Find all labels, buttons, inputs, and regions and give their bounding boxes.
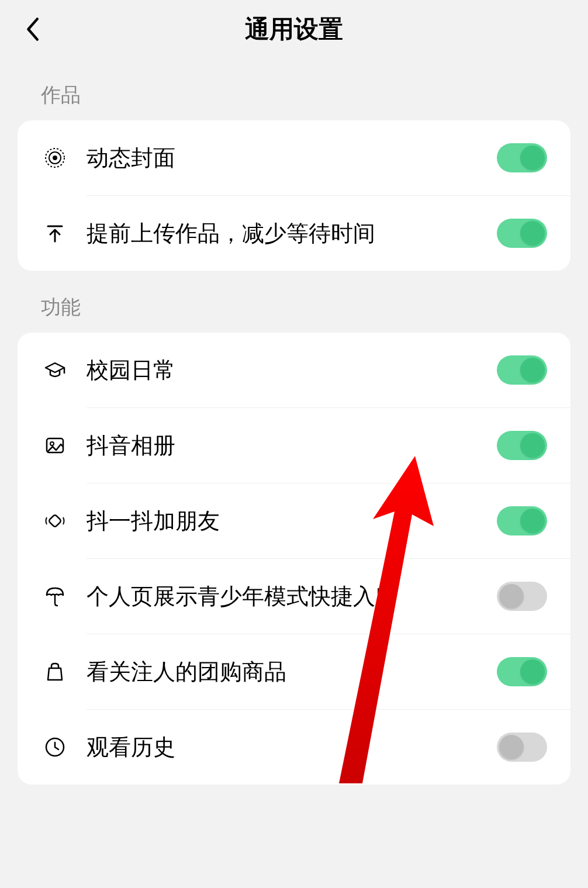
image-icon	[41, 431, 69, 459]
section-label-features: 功能	[0, 271, 588, 333]
header: 通用设置	[0, 0, 588, 58]
toggle-watch-history[interactable]	[497, 732, 547, 762]
toggle-dynamic-cover[interactable]	[497, 143, 547, 172]
row-label: 抖音相册	[87, 431, 497, 461]
row-label: 动态封面	[87, 143, 497, 173]
svg-point-6	[50, 442, 54, 445]
umbrella-icon	[41, 582, 69, 610]
upload-icon	[41, 219, 69, 247]
target-icon	[41, 144, 69, 172]
row-shake: 抖一抖加朋友	[18, 483, 570, 558]
page-title: 通用设置	[18, 13, 570, 46]
toggle-group-buy[interactable]	[497, 657, 547, 686]
row-pre-upload: 提前上传作品，减少等待时间	[18, 196, 570, 271]
row-watch-history: 观看历史	[18, 710, 570, 785]
row-dynamic-cover: 动态封面	[18, 120, 570, 195]
row-campus: 校园日常	[18, 333, 570, 407]
shake-icon	[41, 507, 69, 535]
bag-icon	[41, 658, 69, 686]
row-label: 抖一抖加朋友	[87, 506, 497, 536]
row-youth-mode: 个人页展示青少年模式快捷入口	[18, 559, 570, 634]
row-label: 校园日常	[87, 355, 497, 385]
chevron-left-icon	[24, 16, 40, 42]
toggle-album[interactable]	[497, 431, 547, 460]
row-label: 个人页展示青少年模式快捷入口	[87, 582, 497, 611]
back-button[interactable]	[18, 15, 47, 44]
card-features: 校园日常 抖音相册 抖一抖加朋友 个人页展示青少年模式快捷入口 看关注人的团购商…	[18, 333, 570, 785]
toggle-youth-mode[interactable]	[497, 582, 547, 611]
section-label-works: 作品	[0, 58, 588, 120]
row-label: 看关注人的团购商品	[87, 657, 497, 687]
graduation-icon	[41, 356, 69, 384]
svg-point-2	[53, 156, 57, 160]
row-label: 提前上传作品，减少等待时间	[87, 219, 497, 248]
toggle-shake[interactable]	[497, 506, 547, 535]
card-works: 动态封面 提前上传作品，减少等待时间	[18, 120, 570, 271]
row-label: 观看历史	[87, 732, 497, 762]
toggle-pre-upload[interactable]	[497, 219, 547, 248]
clock-icon	[41, 733, 69, 761]
toggle-campus[interactable]	[497, 355, 547, 385]
svg-rect-7	[49, 514, 62, 528]
row-album: 抖音相册	[18, 408, 570, 483]
row-group-buy: 看关注人的团购商品	[18, 634, 570, 709]
